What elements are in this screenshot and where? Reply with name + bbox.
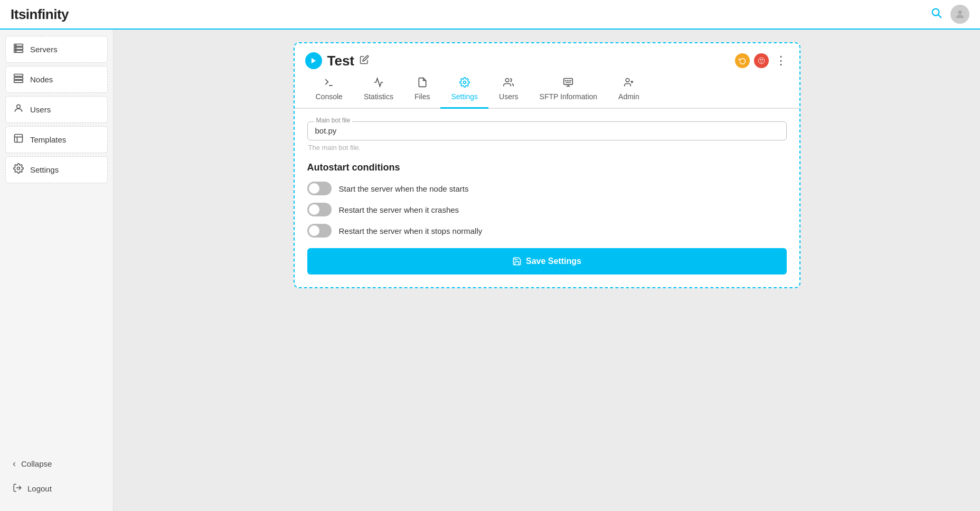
statistics-tab-icon: [373, 77, 384, 90]
svg-point-22: [463, 81, 466, 84]
main-bot-file-hint: The main bot file.: [307, 144, 787, 152]
svg-marker-18: [311, 58, 315, 64]
search-button[interactable]: [930, 7, 942, 22]
sidebar-bottom: ‹ Collapse Logout: [5, 453, 108, 505]
tab-sftp-label: SFTP Information: [540, 92, 597, 101]
server-title: Test: [327, 53, 355, 69]
svg-point-23: [505, 79, 509, 82]
app-logo: Itsinfinity: [11, 6, 69, 23]
tab-admin[interactable]: Admin: [608, 70, 650, 109]
svg-point-16: [17, 167, 20, 170]
tab-settings[interactable]: Settings: [440, 70, 488, 109]
autostart-section-title: Autostart conditions: [307, 162, 787, 173]
sidebar-item-label-servers: Servers: [30, 45, 58, 54]
toggle-row-crash-restart: Restart the server when it crashes: [307, 203, 787, 216]
tab-admin-label: Admin: [618, 92, 639, 101]
sidebar-item-servers[interactable]: Servers: [5, 36, 108, 63]
tab-console-label: Console: [316, 92, 343, 101]
svg-point-32: [626, 79, 629, 82]
tab-users[interactable]: Users: [488, 70, 529, 109]
sidebar-nav: Servers Nodes: [5, 36, 108, 453]
tabs: Console Statistics: [295, 70, 799, 109]
settings-tab-icon: [459, 77, 470, 90]
user-avatar[interactable]: [950, 5, 969, 24]
tab-console[interactable]: Console: [305, 70, 353, 109]
sidebar-item-label-settings: Settings: [30, 165, 59, 174]
kill-button[interactable]: [754, 53, 769, 68]
svg-rect-24: [564, 79, 573, 85]
card-title-area: Test: [305, 52, 370, 69]
sidebar-item-settings[interactable]: Settings: [5, 156, 108, 183]
console-tab-icon: [324, 77, 334, 90]
tab-statistics-label: Statistics: [364, 92, 393, 101]
card-actions: ⋮: [735, 52, 789, 70]
svg-rect-13: [15, 135, 23, 143]
sftp-tab-icon: [563, 77, 573, 90]
sidebar-collapse-btn[interactable]: ‹ Collapse: [5, 453, 108, 475]
play-icon: [305, 52, 322, 69]
users-icon: [13, 103, 24, 116]
tab-users-label: Users: [499, 92, 519, 101]
sidebar-logout-btn[interactable]: Logout: [5, 478, 108, 499]
sidebar-item-nodes[interactable]: Nodes: [5, 66, 108, 93]
tab-files-label: Files: [414, 92, 430, 101]
svg-point-2: [958, 11, 962, 14]
svg-rect-10: [14, 77, 23, 79]
svg-point-20: [761, 59, 762, 60]
tab-sftp[interactable]: SFTP Information: [529, 70, 608, 109]
collapse-label: Collapse: [21, 459, 52, 468]
tab-settings-label: Settings: [451, 92, 478, 101]
tab-files[interactable]: Files: [404, 70, 441, 109]
svg-point-19: [760, 59, 761, 60]
sidebar-item-label-templates: Templates: [30, 135, 66, 144]
toggle-node-start-label: Start the server when the node starts: [339, 184, 469, 193]
svg-line-1: [938, 15, 941, 17]
content-area: Test: [114, 30, 980, 511]
main-bot-file-wrapper: Main bot file: [307, 121, 787, 140]
server-card: Test: [294, 42, 800, 288]
nodes-icon: [13, 73, 24, 86]
save-icon: [512, 257, 522, 266]
toggle-stop-restart-label: Restart the server when it stops normall…: [339, 226, 483, 235]
tab-statistics[interactable]: Statistics: [353, 70, 404, 109]
sidebar-item-label-users: Users: [30, 105, 51, 114]
svg-point-7: [15, 48, 16, 49]
main-layout: Servers Nodes: [0, 30, 980, 511]
card-header: Test: [295, 43, 799, 70]
save-settings-label: Save Settings: [526, 257, 581, 266]
more-options-icon[interactable]: ⋮: [773, 52, 789, 70]
svg-point-12: [17, 105, 21, 108]
edit-icon[interactable]: [360, 55, 369, 67]
restart-button[interactable]: [735, 53, 750, 68]
toggle-crash-restart-label: Restart the server when it crashes: [339, 205, 459, 214]
save-settings-button[interactable]: Save Settings: [307, 248, 787, 275]
sidebar-item-label-nodes: Nodes: [30, 75, 53, 84]
header-right: [930, 5, 969, 24]
sidebar: Servers Nodes: [0, 30, 114, 511]
main-bot-file-label: Main bot file: [314, 117, 353, 124]
users-tab-icon: [503, 77, 514, 90]
svg-point-6: [15, 45, 16, 45]
settings-nav-icon: [13, 163, 24, 176]
svg-rect-11: [14, 80, 23, 82]
logout-icon: [13, 483, 22, 494]
admin-tab-icon: [624, 77, 634, 90]
servers-icon: [13, 43, 24, 56]
svg-point-8: [15, 51, 16, 52]
templates-icon: [13, 133, 24, 146]
main-bot-file-input[interactable]: [315, 126, 779, 135]
toggle-row-node-start: Start the server when the node starts: [307, 182, 787, 195]
top-header: Itsinfinity: [0, 0, 980, 30]
card-body: Main bot file The main bot file. Autosta…: [295, 109, 799, 287]
sidebar-item-templates[interactable]: Templates: [5, 126, 108, 153]
collapse-icon: ‹: [13, 458, 16, 469]
toggle-node-start[interactable]: [307, 182, 332, 195]
sidebar-item-users[interactable]: Users: [5, 96, 108, 123]
svg-rect-9: [14, 74, 23, 77]
toggle-stop-restart[interactable]: [307, 224, 332, 238]
toggle-crash-restart[interactable]: [307, 203, 332, 216]
files-tab-icon: [417, 77, 428, 90]
logout-label: Logout: [27, 484, 52, 493]
toggle-row-stop-restart: Restart the server when it stops normall…: [307, 224, 787, 238]
